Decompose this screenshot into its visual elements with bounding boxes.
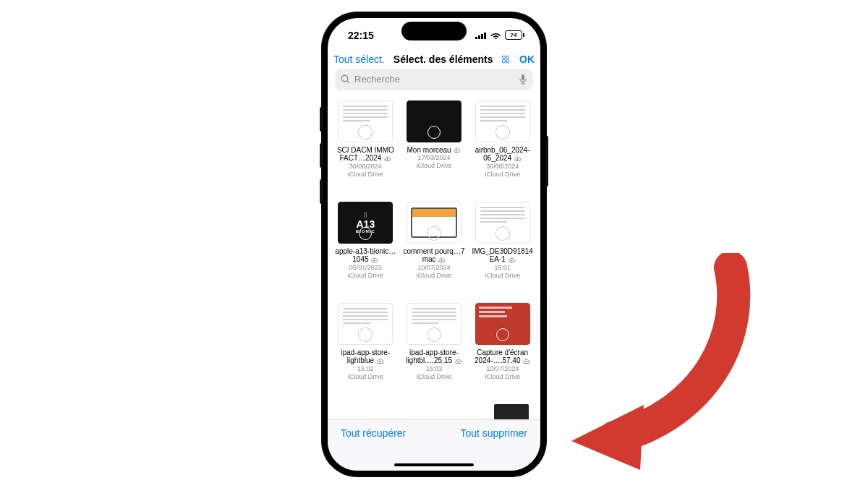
screen: 22:15 74 Tout sélect. Sélect. des élémen… bbox=[328, 18, 540, 471]
file-name: comment pourq…7 mac bbox=[403, 247, 465, 264]
dictation-icon[interactable] bbox=[519, 74, 527, 85]
file-location: iCloud Drive bbox=[348, 171, 383, 179]
file-thumbnail bbox=[475, 303, 530, 345]
file-item[interactable]: Capture d'écran 2024-….57.40 10/07/2024i… bbox=[470, 303, 535, 400]
file-date: 30/06/2024 bbox=[486, 163, 519, 171]
selection-circle-icon bbox=[427, 328, 441, 341]
file-name: IMG_DE30D91814EA-1 bbox=[472, 247, 534, 264]
files-grid: SCI DACM IMMO FACT…2024 30/06/2024iCloud… bbox=[328, 96, 540, 440]
wifi-icon bbox=[490, 31, 501, 39]
status-time: 22:15 bbox=[348, 30, 374, 41]
file-location: iCloud Drive bbox=[416, 272, 451, 280]
file-item[interactable]: ipad-app-store-lightblue 15:02iCloud Dri… bbox=[333, 303, 398, 400]
file-item[interactable]: Mon morceau 17/03/2024iCloud Drive bbox=[402, 100, 467, 197]
select-all-button[interactable]: Tout sélect. bbox=[333, 53, 385, 65]
file-name: apple-a13-bionic…1045 bbox=[334, 247, 396, 264]
selection-circle-icon bbox=[427, 227, 441, 240]
svg-rect-2 bbox=[481, 34, 483, 39]
selection-circle-icon bbox=[427, 126, 441, 139]
file-thumbnail bbox=[475, 202, 530, 244]
page-title: Sélect. des éléments bbox=[393, 53, 493, 65]
file-thumbnail bbox=[338, 303, 393, 345]
file-location: iCloud Drive bbox=[485, 272, 520, 280]
file-name: Mon morceau bbox=[407, 146, 461, 155]
svg-rect-6 bbox=[502, 59, 505, 62]
file-location: iCloud Drive bbox=[416, 162, 451, 170]
svg-rect-7 bbox=[506, 59, 509, 62]
file-date: 17/03/2024 bbox=[417, 154, 450, 162]
selection-circle-icon bbox=[359, 227, 372, 240]
file-thumbnail bbox=[338, 100, 393, 142]
file-date: 05/01/2023 bbox=[349, 264, 382, 272]
selection-circle-icon bbox=[496, 328, 509, 341]
battery-indicator: 74 bbox=[505, 30, 524, 40]
file-name: Capture d'écran 2024-….57.40 bbox=[472, 348, 534, 365]
file-name: SCI DACM IMMO FACT…2024 bbox=[334, 146, 396, 163]
nav-bar: Tout sélect. Sélect. des éléments OK bbox=[328, 53, 540, 69]
file-location: iCloud Drive bbox=[416, 373, 451, 381]
file-thumbnail bbox=[475, 100, 530, 142]
selection-circle-icon bbox=[496, 126, 509, 139]
svg-rect-4 bbox=[502, 56, 505, 59]
file-thumbnail: A13BIONIC bbox=[338, 202, 393, 244]
file-name: ipad-app-store-lightblue bbox=[334, 348, 396, 365]
svg-point-8 bbox=[341, 75, 348, 82]
recover-all-button[interactable]: Tout récupérer bbox=[341, 427, 406, 439]
file-item[interactable]: airbnb_06_2024-06_2024 30/06/2024iCloud … bbox=[470, 100, 535, 197]
file-date: 10/07/2024 bbox=[486, 365, 519, 373]
file-thumbnail bbox=[407, 202, 461, 244]
svg-rect-3 bbox=[484, 33, 486, 39]
svg-rect-1 bbox=[478, 35, 480, 39]
selection-circle-icon bbox=[496, 227, 509, 240]
iphone-frame: 22:15 74 Tout sélect. Sélect. des élémen… bbox=[323, 13, 545, 476]
search-icon bbox=[341, 74, 350, 84]
file-date: 10/07/2024 bbox=[417, 264, 450, 272]
cellular-icon bbox=[475, 32, 487, 39]
selection-circle-icon bbox=[359, 126, 372, 139]
search-placeholder: Recherche bbox=[354, 74, 514, 85]
file-item[interactable]: comment pourq…7 mac 10/07/2024iCloud Dri… bbox=[402, 202, 467, 299]
dynamic-island bbox=[401, 22, 467, 40]
battery-level: 74 bbox=[511, 32, 517, 38]
bottom-toolbar: Tout récupérer Tout supprimer bbox=[328, 419, 540, 471]
file-item[interactable]: SCI DACM IMMO FACT…2024 30/06/2024iCloud… bbox=[333, 100, 398, 197]
file-item[interactable]: A13BIONICapple-a13-bionic…1045 05/01/20… bbox=[333, 202, 398, 299]
svg-rect-10 bbox=[522, 74, 524, 80]
done-button[interactable]: OK bbox=[519, 53, 535, 65]
home-indicator bbox=[394, 463, 474, 466]
view-grid-icon[interactable] bbox=[502, 53, 509, 66]
svg-marker-13 bbox=[571, 405, 644, 470]
svg-line-9 bbox=[347, 81, 349, 83]
file-location: iCloud Drive bbox=[348, 373, 383, 381]
svg-rect-5 bbox=[506, 56, 509, 59]
annotation-arrow bbox=[564, 253, 752, 470]
file-date: 15:02 bbox=[357, 365, 374, 373]
svg-rect-0 bbox=[475, 37, 477, 39]
file-thumbnail bbox=[407, 303, 461, 345]
file-item[interactable]: ipad-app-store-lightbl.…25.15 15:03iClou… bbox=[402, 303, 467, 400]
file-name: airbnb_06_2024-06_2024 bbox=[472, 146, 534, 163]
file-location: iCloud Drive bbox=[485, 373, 520, 381]
file-date: 15:01 bbox=[494, 264, 511, 272]
file-name: ipad-app-store-lightbl.…25.15 bbox=[403, 348, 465, 365]
delete-all-button[interactable]: Tout supprimer bbox=[460, 427, 527, 439]
file-thumbnail bbox=[407, 100, 461, 142]
selection-circle-icon bbox=[359, 328, 372, 341]
file-item[interactable]: IMG_DE30D91814EA-1 15:01iCloud Drive bbox=[470, 202, 535, 299]
search-field[interactable]: Recherche bbox=[335, 69, 533, 90]
file-location: iCloud Drive bbox=[348, 272, 383, 280]
file-location: iCloud Drive bbox=[485, 171, 520, 179]
file-date: 30/06/2024 bbox=[349, 163, 382, 171]
file-date: 15:03 bbox=[426, 365, 443, 373]
